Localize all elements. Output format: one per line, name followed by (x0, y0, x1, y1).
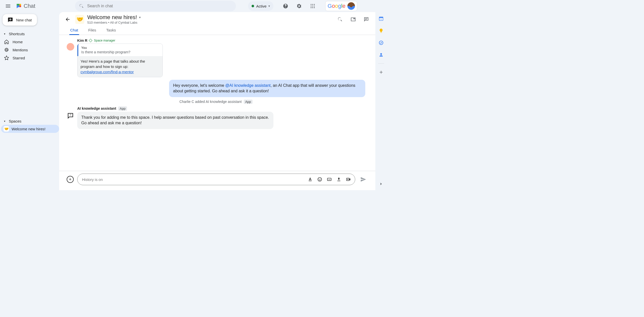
svg-point-0 (311, 4, 312, 5)
tab-chat[interactable]: Chat (69, 26, 79, 35)
spaces-section-header[interactable]: ▾ Spaces (3, 117, 59, 125)
chevron-down-icon: ▾ (268, 4, 270, 8)
space-title: Welcome new hires! (87, 14, 137, 21)
at-icon (4, 47, 9, 52)
chat-question-icon: ? (67, 112, 74, 119)
calendar-icon: 31 (379, 16, 384, 21)
ai-message-text: Thank you for adding me to this space. I… (77, 112, 273, 129)
tab-tasks[interactable]: Tasks (105, 26, 117, 35)
collapse-panel-button[interactable] (379, 181, 384, 187)
manager-badge-icon (89, 39, 92, 42)
status-active-dot-icon (252, 5, 254, 7)
reply-link[interactable]: cymbalgroup.com/find-a-mentor (80, 70, 134, 74)
svg-point-1 (312, 4, 313, 5)
status-text: Active (256, 4, 266, 8)
sender-name: Kim R (77, 38, 87, 43)
search-input[interactable] (87, 4, 232, 8)
nav-home[interactable]: Home (3, 38, 59, 46)
svg-point-3 (311, 6, 312, 7)
send-icon (360, 176, 366, 182)
chat-logo-icon (16, 3, 22, 9)
space-emoji-icon: 🤝 (75, 15, 84, 24)
search-bar[interactable] (75, 1, 236, 11)
svg-point-8 (314, 7, 315, 8)
compose-add-button[interactable]: + (67, 176, 74, 183)
nav-starred-label: Starred (13, 56, 25, 60)
sender-role: Space manager (94, 39, 115, 42)
space-menu-button[interactable]: ▾ (139, 16, 141, 19)
reply-text: Yes! Here's a page that talks about the … (77, 56, 163, 77)
help-button[interactable] (280, 1, 291, 11)
contacts-app-button[interactable] (378, 51, 385, 58)
system-text: Charlie C added AI knowledge assistant (179, 100, 242, 104)
message-row: ? AI knowledge assistant App Thank you f… (67, 106, 365, 129)
quoted-text: Is there a mentorship program? (81, 50, 159, 54)
person-icon (379, 52, 384, 57)
app-badge: App (244, 100, 253, 104)
app-logo: Chat (16, 3, 35, 9)
svg-point-6 (311, 7, 312, 8)
get-addons-button[interactable] (378, 69, 385, 76)
svg-point-2 (314, 4, 315, 5)
nav-home-label: Home (13, 40, 23, 44)
topbar: Chat Active ▾ Google (0, 0, 386, 12)
status-selector[interactable]: Active ▾ (248, 1, 273, 11)
left-navigation: New chat ▾ Shortcuts Home Mentions Starr… (0, 12, 59, 190)
calendar-app-button[interactable]: 31 (378, 15, 385, 22)
shortcuts-label: Shortcuts (9, 32, 25, 36)
gear-icon (296, 3, 302, 9)
format-button[interactable] (307, 176, 314, 183)
svg-point-22 (380, 53, 382, 55)
video-add-icon (346, 177, 351, 182)
account-switcher[interactable]: Google (325, 1, 357, 11)
keep-icon (379, 28, 384, 33)
collapse-icon: ▾ (4, 120, 5, 123)
settings-button[interactable] (294, 1, 304, 11)
shortcuts-section-header[interactable]: ▾ Shortcuts (3, 30, 59, 37)
mention-link[interactable]: @AI knowledge assistant (225, 83, 271, 88)
panel-icon (350, 17, 356, 22)
system-event: Charlie C added AI knowledge assistant A… (67, 100, 365, 104)
space-header: 🤝 Welcome new hires! ▾ 510 members • All… (59, 12, 375, 24)
search-in-space-button[interactable] (335, 14, 345, 24)
apps-grid-icon (310, 3, 315, 9)
main-content: 🤝 Welcome new hires! ▾ 510 members • All… (59, 12, 375, 190)
compose-box[interactable]: GIF (77, 174, 355, 185)
side-panel-button[interactable] (348, 14, 358, 24)
svg-point-5 (314, 6, 315, 7)
svg-point-13 (319, 179, 319, 179)
nav-mentions[interactable]: Mentions (3, 46, 59, 54)
emoji-button[interactable] (316, 176, 323, 183)
tab-files[interactable]: Files (87, 26, 97, 35)
svg-text:31: 31 (380, 18, 382, 20)
threads-button[interactable] (361, 14, 371, 24)
back-button[interactable] (63, 15, 72, 24)
compose-area: + GIF (59, 171, 375, 190)
spaces-label: Spaces (9, 119, 21, 123)
quoted-sender: You (81, 46, 159, 50)
video-button[interactable] (345, 176, 352, 183)
compose-input[interactable] (82, 177, 304, 182)
space-item-welcome-new-hires[interactable]: 🤝 Welcome new hires! (1, 125, 59, 133)
arrow-left-icon (65, 17, 70, 22)
new-chat-button[interactable]: New chat (3, 14, 37, 26)
tasks-app-button[interactable] (378, 39, 385, 46)
app-name: Chat (24, 3, 35, 9)
chevron-right-icon (379, 181, 384, 186)
svg-point-14 (320, 179, 321, 179)
nav-starred[interactable]: Starred (3, 54, 59, 62)
send-button[interactable] (359, 175, 368, 184)
user-avatar[interactable] (347, 2, 355, 10)
upload-button[interactable] (335, 176, 342, 183)
sender-avatar[interactable] (67, 43, 74, 51)
collapse-icon: ▾ (4, 32, 5, 35)
apps-button[interactable] (308, 1, 318, 11)
keep-app-button[interactable] (378, 27, 385, 34)
main-menu-button[interactable] (3, 1, 13, 11)
right-side-panel: 31 (375, 12, 386, 190)
svg-text:?: ? (70, 113, 71, 116)
emoji-icon (317, 177, 322, 182)
new-chat-label: New chat (16, 18, 32, 22)
gif-button[interactable]: GIF (326, 176, 333, 183)
svg-point-9 (6, 49, 8, 51)
